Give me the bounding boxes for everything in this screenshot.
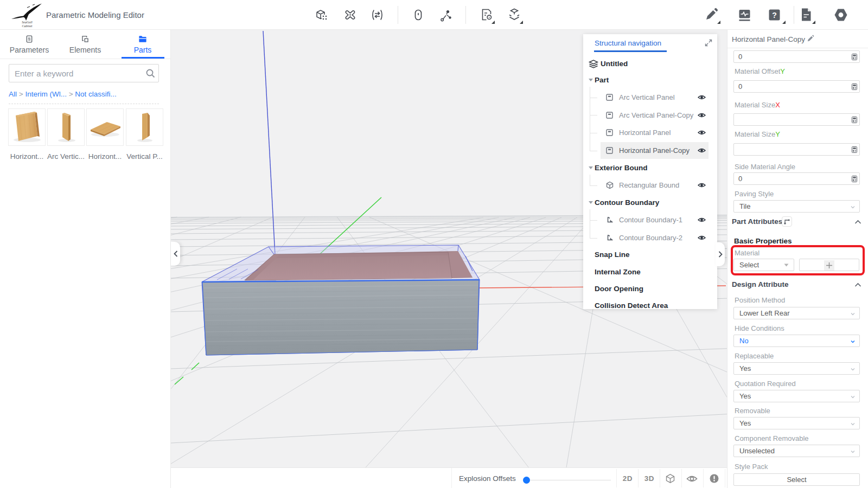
svg-text:SeaGull: SeaGull (22, 21, 33, 24)
svg-text:Cabinet: Cabinet (22, 24, 33, 28)
svg-text:?: ? (772, 11, 777, 20)
